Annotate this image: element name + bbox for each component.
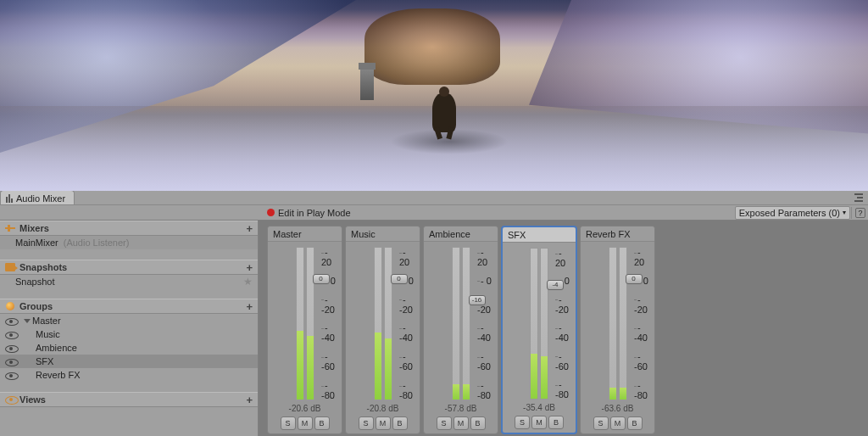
db-scale: - 20- 0- -20- -40- -60- -80 — [320, 247, 338, 400]
volume-fader[interactable]: 0 — [391, 274, 408, 284]
mute-button[interactable]: M — [531, 416, 547, 429]
vu-meter-left — [296, 247, 304, 400]
db-scale: - 20- 0- -20- -40- -60- -80 — [554, 248, 572, 400]
mixers-icon — [5, 223, 15, 233]
db-scale: - 20- 0- -20- -40- -60- -80 — [476, 247, 494, 400]
vu-meter-right — [619, 247, 627, 400]
vu-meter-right — [306, 247, 314, 400]
vu-meter-right — [462, 247, 470, 400]
snapshots-title: Snapshots — [19, 262, 246, 272]
tab-label: Audio Mixer — [16, 193, 65, 204]
group-item-reverb-fx[interactable]: Reverb FX — [0, 368, 258, 382]
star-icon: ★ — [243, 276, 253, 288]
mixer-item-mainmixer[interactable]: MainMixer (Audio Listener) — [0, 236, 258, 249]
add-snapshot-button[interactable]: + — [246, 261, 253, 274]
snapshots-header[interactable]: Snapshots + — [0, 260, 258, 275]
mute-button[interactable]: M — [453, 416, 469, 430]
group-item-label: Reverb FX — [36, 370, 81, 380]
help-button[interactable]: ? — [855, 208, 865, 218]
volume-fader[interactable]: -16 — [469, 295, 486, 305]
sliders-icon — [6, 194, 13, 203]
volume-fader[interactable]: -4 — [547, 280, 564, 290]
vu-meter-left — [530, 248, 538, 400]
bypass-button[interactable]: B — [392, 416, 408, 430]
edit-in-play-mode-toggle[interactable]: Edit in Play Mode — [267, 208, 351, 218]
group-item-label: Ambience — [36, 343, 77, 353]
add-group-button[interactable]: + — [246, 300, 253, 313]
snapshots-icon — [5, 262, 15, 272]
side-panel: Mixers + MainMixer (Audio Listener) Snap… — [0, 221, 259, 436]
visibility-toggle-icon[interactable] — [5, 316, 19, 326]
vu-meter-right — [540, 248, 548, 400]
vu-meter-left — [452, 247, 460, 400]
views-header[interactable]: Views + — [0, 392, 258, 407]
snapshot-item[interactable]: Snapshot ★ — [0, 275, 258, 288]
group-item-master[interactable]: Master — [0, 314, 258, 327]
strip-title: Master — [268, 226, 342, 242]
strip-title: Ambience — [424, 226, 498, 242]
mute-button[interactable]: M — [298, 416, 313, 430]
audio-mixer-body: Mixers + MainMixer (Audio Listener) Snap… — [0, 221, 868, 436]
solo-button[interactable]: S — [515, 416, 530, 429]
tab-audio-mixer[interactable]: Audio Mixer — [0, 190, 75, 204]
strip-title: Music — [346, 226, 420, 242]
db-scale: - 20- 0- -20- -40- -60- -80 — [398, 247, 416, 400]
volume-fader[interactable]: 0 — [626, 274, 643, 284]
groups-header[interactable]: Groups + — [0, 299, 258, 314]
mute-button[interactable]: M — [610, 416, 626, 430]
vu-meter-right — [384, 247, 392, 400]
groups-title: Groups — [19, 301, 246, 311]
snapshot-item-name: Snapshot — [15, 277, 54, 287]
edit-in-play-label: Edit in Play Mode — [278, 208, 351, 218]
vu-meter-left — [374, 247, 382, 400]
exposed-parameters-dropdown[interactable]: Exposed Parameters (0) ▾ — [735, 206, 850, 220]
game-view — [0, 0, 868, 191]
db-readout: -63.6 dB — [602, 404, 634, 413]
solo-button[interactable]: S — [359, 416, 374, 430]
mixer-toolbar: Edit in Play Mode Exposed Parameters (0)… — [0, 205, 868, 221]
add-mixer-button[interactable]: + — [246, 222, 253, 235]
mixers-title: Mixers — [19, 223, 246, 233]
db-readout: -57.8 dB — [445, 404, 477, 413]
visibility-toggle-icon[interactable] — [5, 370, 19, 380]
views-icon — [5, 394, 15, 405]
group-item-sfx[interactable]: SFX — [0, 355, 258, 368]
groups-icon — [5, 301, 15, 311]
bypass-button[interactable]: B — [548, 416, 564, 429]
db-readout: -20.6 dB — [289, 404, 321, 413]
strip-title: Reverb FX — [581, 226, 654, 242]
mixer-strip-sfx[interactable]: SFX- 20- 0- -20- -40- -60- -80-4-35.4 dB… — [501, 226, 577, 434]
volume-fader[interactable]: 0 — [313, 274, 330, 284]
group-item-label: SFX — [36, 356, 53, 366]
bypass-button[interactable]: B — [470, 416, 486, 430]
mixer-strip-ambience[interactable]: Ambience- 20- 0- -20- -40- -60- -80-16-5… — [423, 226, 498, 434]
exposed-parameters-label: Exposed Parameters (0) — [739, 208, 840, 218]
views-title: Views — [19, 394, 246, 405]
group-item-music[interactable]: Music — [0, 327, 258, 341]
mixer-strip-master[interactable]: Master- 20- 0- -20- -40- -60- -800-20.6 … — [267, 226, 342, 434]
record-icon — [267, 209, 275, 216]
mixer-item-name: MainMixer — [15, 238, 58, 248]
group-item-label: Music — [36, 329, 60, 339]
expand-toggle-icon[interactable] — [24, 319, 31, 323]
bypass-button[interactable]: B — [627, 416, 643, 430]
mixer-strip-music[interactable]: Music- 20- 0- -20- -40- -60- -800-20.8 d… — [345, 226, 420, 434]
solo-button[interactable]: S — [593, 416, 609, 430]
visibility-toggle-icon[interactable] — [5, 329, 19, 339]
visibility-toggle-icon[interactable] — [5, 343, 19, 353]
db-readout: -20.8 dB — [367, 404, 399, 413]
group-item-ambience[interactable]: Ambience — [0, 341, 258, 355]
mute-button[interactable]: M — [376, 416, 391, 430]
solo-button[interactable]: S — [437, 416, 452, 430]
visibility-toggle-icon[interactable] — [5, 356, 19, 366]
mixer-strip-reverb-fx[interactable]: Reverb FX- 20- 0- -20- -40- -60- -800-63… — [580, 226, 655, 434]
mixers-header[interactable]: Mixers + — [0, 221, 258, 236]
tab-bar: Audio Mixer — [0, 191, 868, 205]
add-view-button[interactable]: + — [246, 394, 253, 406]
solo-button[interactable]: S — [281, 416, 296, 430]
group-item-label: Master — [32, 316, 61, 326]
mixer-item-note: (Audio Listener) — [64, 238, 130, 248]
bypass-button[interactable]: B — [314, 416, 330, 430]
mixer-strips: Master- 20- 0- -20- -40- -60- -800-20.6 … — [259, 221, 868, 436]
panel-options-icon[interactable] — [853, 192, 865, 204]
